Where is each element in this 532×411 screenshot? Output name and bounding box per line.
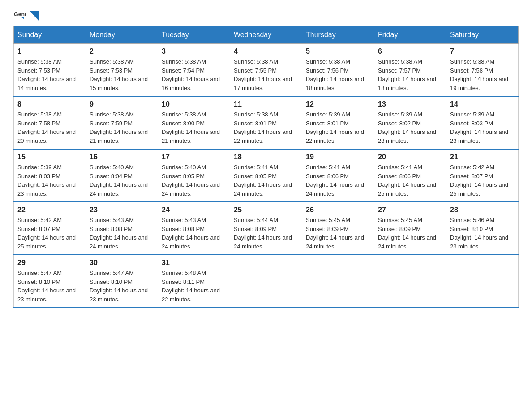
day-number: 31 (162, 259, 226, 267)
day-number: 1 (17, 47, 82, 56)
calendar-cell: 17Sunrise: 5:40 AMSunset: 8:05 PMDayligh… (158, 149, 230, 202)
calendar-cell (446, 255, 519, 308)
day-number: 19 (306, 153, 370, 161)
day-number: 10 (162, 100, 226, 108)
day-info: Sunrise: 5:39 AMSunset: 8:03 PMDaylight:… (17, 163, 82, 198)
day-info: Sunrise: 5:41 AMSunset: 8:05 PMDaylight:… (234, 163, 298, 198)
calendar-cell: 11Sunrise: 5:38 AMSunset: 8:01 PMDayligh… (230, 96, 302, 149)
weekday-header-monday: Monday (86, 26, 158, 44)
day-info: Sunrise: 5:41 AMSunset: 8:06 PMDaylight:… (306, 163, 370, 198)
svg-marker-2 (30, 11, 39, 21)
calendar-cell: 19Sunrise: 5:41 AMSunset: 8:06 PMDayligh… (302, 149, 374, 202)
day-number: 2 (90, 47, 154, 56)
calendar-cell: 3Sunrise: 5:38 AMSunset: 7:54 PMDaylight… (158, 44, 230, 97)
day-info: Sunrise: 5:39 AMSunset: 8:01 PMDaylight:… (306, 110, 370, 145)
day-info: Sunrise: 5:45 AMSunset: 8:09 PMDaylight:… (378, 216, 442, 251)
calendar-cell: 24Sunrise: 5:43 AMSunset: 8:08 PMDayligh… (158, 202, 230, 255)
page-header: General (13, 9, 519, 21)
day-info: Sunrise: 5:48 AMSunset: 8:11 PMDaylight:… (162, 269, 226, 304)
weekday-header-thursday: Thursday (302, 26, 374, 44)
weekday-header-tuesday: Tuesday (158, 26, 230, 44)
day-number: 28 (450, 206, 515, 214)
day-info: Sunrise: 5:38 AMSunset: 7:58 PMDaylight:… (450, 57, 515, 92)
calendar-cell: 30Sunrise: 5:47 AMSunset: 8:10 PMDayligh… (86, 255, 158, 308)
day-info: Sunrise: 5:40 AMSunset: 8:04 PMDaylight:… (90, 163, 154, 198)
calendar-cell: 15Sunrise: 5:39 AMSunset: 8:03 PMDayligh… (14, 149, 86, 202)
day-number: 20 (378, 153, 442, 161)
day-info: Sunrise: 5:42 AMSunset: 8:07 PMDaylight:… (450, 163, 515, 198)
day-info: Sunrise: 5:46 AMSunset: 8:10 PMDaylight:… (450, 216, 515, 251)
day-number: 6 (378, 47, 442, 56)
day-info: Sunrise: 5:38 AMSunset: 7:53 PMDaylight:… (17, 57, 82, 92)
day-info: Sunrise: 5:44 AMSunset: 8:09 PMDaylight:… (234, 216, 298, 251)
calendar-cell: 14Sunrise: 5:39 AMSunset: 8:03 PMDayligh… (446, 96, 519, 149)
day-info: Sunrise: 5:43 AMSunset: 8:08 PMDaylight:… (90, 216, 154, 251)
calendar-cell: 26Sunrise: 5:45 AMSunset: 8:09 PMDayligh… (302, 202, 374, 255)
calendar-cell: 5Sunrise: 5:38 AMSunset: 7:56 PMDaylight… (302, 44, 374, 97)
calendar-cell: 13Sunrise: 5:39 AMSunset: 8:02 PMDayligh… (374, 96, 446, 149)
calendar-cell: 22Sunrise: 5:42 AMSunset: 8:07 PMDayligh… (14, 202, 86, 255)
calendar-week-row: 15Sunrise: 5:39 AMSunset: 8:03 PMDayligh… (14, 149, 519, 202)
day-number: 22 (17, 206, 82, 214)
calendar-table: SundayMondayTuesdayWednesdayThursdayFrid… (13, 26, 519, 308)
day-number: 7 (450, 47, 515, 56)
calendar-header-row: SundayMondayTuesdayWednesdayThursdayFrid… (14, 26, 519, 44)
calendar-cell: 2Sunrise: 5:38 AMSunset: 7:53 PMDaylight… (86, 44, 158, 97)
calendar-cell: 28Sunrise: 5:46 AMSunset: 8:10 PMDayligh… (446, 202, 519, 255)
svg-marker-1 (21, 17, 24, 19)
day-number: 9 (90, 100, 154, 108)
day-number: 26 (306, 206, 370, 214)
day-info: Sunrise: 5:40 AMSunset: 8:05 PMDaylight:… (162, 163, 226, 198)
day-info: Sunrise: 5:38 AMSunset: 7:53 PMDaylight:… (90, 57, 154, 92)
day-info: Sunrise: 5:47 AMSunset: 8:10 PMDaylight:… (90, 269, 154, 304)
day-info: Sunrise: 5:39 AMSunset: 8:02 PMDaylight:… (378, 110, 442, 145)
day-info: Sunrise: 5:38 AMSunset: 7:59 PMDaylight:… (90, 110, 154, 145)
day-number: 24 (162, 206, 226, 214)
calendar-cell: 9Sunrise: 5:38 AMSunset: 7:59 PMDaylight… (86, 96, 158, 149)
day-info: Sunrise: 5:38 AMSunset: 7:54 PMDaylight:… (162, 57, 226, 92)
day-number: 16 (90, 153, 154, 161)
calendar-cell: 16Sunrise: 5:40 AMSunset: 8:04 PMDayligh… (86, 149, 158, 202)
calendar-cell (374, 255, 446, 308)
weekday-header-saturday: Saturday (446, 26, 519, 44)
day-info: Sunrise: 5:42 AMSunset: 8:07 PMDaylight:… (17, 216, 82, 251)
calendar-cell: 7Sunrise: 5:38 AMSunset: 7:58 PMDaylight… (446, 44, 519, 97)
day-info: Sunrise: 5:38 AMSunset: 8:00 PMDaylight:… (162, 110, 226, 145)
calendar-cell: 6Sunrise: 5:38 AMSunset: 7:57 PMDaylight… (374, 44, 446, 97)
weekday-header-wednesday: Wednesday (230, 26, 302, 44)
calendar-cell: 25Sunrise: 5:44 AMSunset: 8:09 PMDayligh… (230, 202, 302, 255)
calendar-week-row: 29Sunrise: 5:47 AMSunset: 8:10 PMDayligh… (14, 255, 519, 308)
logo: General (13, 9, 40, 21)
day-info: Sunrise: 5:38 AMSunset: 8:01 PMDaylight:… (234, 110, 298, 145)
day-info: Sunrise: 5:45 AMSunset: 8:09 PMDaylight:… (306, 216, 370, 251)
day-number: 27 (378, 206, 442, 214)
day-number: 11 (234, 100, 298, 108)
calendar-cell: 23Sunrise: 5:43 AMSunset: 8:08 PMDayligh… (86, 202, 158, 255)
day-info: Sunrise: 5:41 AMSunset: 8:06 PMDaylight:… (378, 163, 442, 198)
calendar-week-row: 8Sunrise: 5:38 AMSunset: 7:58 PMDaylight… (14, 96, 519, 149)
svg-text:General: General (14, 11, 26, 17)
calendar-cell: 1Sunrise: 5:38 AMSunset: 7:53 PMDaylight… (14, 44, 86, 97)
day-number: 17 (162, 153, 226, 161)
logo-triangle-icon (30, 11, 39, 21)
day-number: 4 (234, 47, 298, 56)
day-number: 21 (450, 153, 515, 161)
calendar-cell: 18Sunrise: 5:41 AMSunset: 8:05 PMDayligh… (230, 149, 302, 202)
weekday-header-friday: Friday (374, 26, 446, 44)
day-number: 29 (17, 259, 82, 267)
day-number: 3 (162, 47, 226, 56)
day-number: 30 (90, 259, 154, 267)
day-number: 12 (306, 100, 370, 108)
calendar-cell: 10Sunrise: 5:38 AMSunset: 8:00 PMDayligh… (158, 96, 230, 149)
day-number: 23 (90, 206, 154, 214)
day-number: 8 (17, 100, 82, 108)
calendar-cell (230, 255, 302, 308)
calendar-body: 1Sunrise: 5:38 AMSunset: 7:53 PMDaylight… (14, 44, 519, 308)
calendar-cell: 8Sunrise: 5:38 AMSunset: 7:58 PMDaylight… (14, 96, 86, 149)
calendar-cell: 21Sunrise: 5:42 AMSunset: 8:07 PMDayligh… (446, 149, 519, 202)
day-number: 14 (450, 100, 515, 108)
calendar-cell: 31Sunrise: 5:48 AMSunset: 8:11 PMDayligh… (158, 255, 230, 308)
weekday-header-sunday: Sunday (14, 26, 86, 44)
calendar-cell: 27Sunrise: 5:45 AMSunset: 8:09 PMDayligh… (374, 202, 446, 255)
day-number: 15 (17, 153, 82, 161)
